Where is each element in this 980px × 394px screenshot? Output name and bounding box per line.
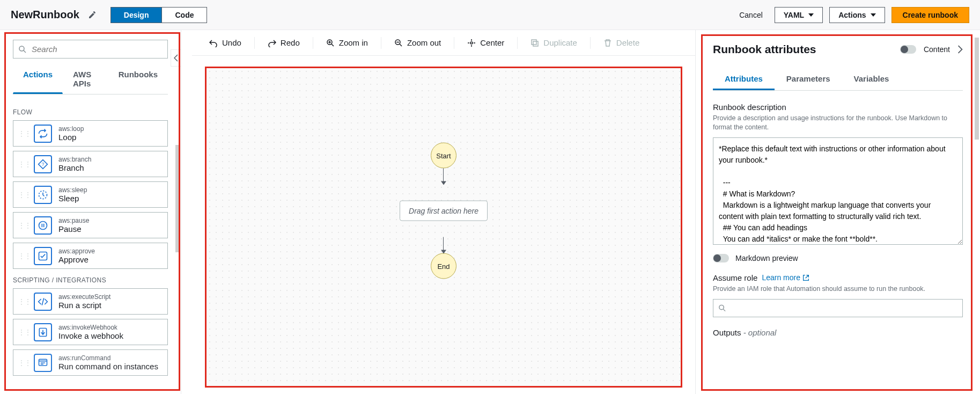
workflow-canvas[interactable]: Start Drag first action here End — [205, 67, 682, 388]
action-name: Sleep — [58, 194, 87, 203]
duplicate-icon — [530, 39, 539, 47]
design-tab-button[interactable]: Design — [111, 8, 162, 23]
svg-point-3 — [39, 221, 47, 229]
tab-parameters[interactable]: Parameters — [775, 69, 842, 90]
attributes-tabs: Attributes Parameters Variables — [713, 69, 963, 91]
markdown-preview-label: Markdown preview — [735, 254, 798, 262]
action-tabs: Actions AWS APIs Runbooks — [13, 64, 168, 94]
loop-icon — [34, 125, 52, 143]
markdown-preview-toggle[interactable] — [713, 254, 729, 262]
svg-text:?: ? — [42, 162, 45, 167]
action-execute-script[interactable]: ⋮⋮ aws:executeScriptRun a script — [13, 288, 168, 315]
trash-icon — [603, 39, 612, 47]
search-icon — [18, 45, 27, 54]
yaml-label: YAML — [784, 11, 804, 19]
action-id: aws:sleep — [58, 186, 87, 194]
redo-button[interactable]: Redo — [266, 35, 302, 50]
delete-button: Delete — [601, 35, 642, 50]
undo-icon — [209, 39, 218, 47]
end-node[interactable]: End — [431, 253, 456, 279]
action-invoke-webhook[interactable]: ⋮⋮ aws:invokeWebhookInvoke a webhook — [13, 319, 168, 345]
action-run-command[interactable]: ⋮⋮ aws:runCommandRun command on instance… — [13, 349, 168, 376]
drag-handle-icon: ⋮⋮ — [18, 160, 31, 169]
scrollbar-thumb[interactable] — [175, 145, 180, 252]
actions-panel: Actions AWS APIs Runbooks FLOW ⋮⋮ aws:lo… — [0, 30, 181, 394]
action-loop[interactable]: ⋮⋮ aws:loopLoop — [13, 120, 168, 147]
drag-handle-icon: ⋮⋮ — [18, 359, 31, 367]
start-node[interactable]: Start — [431, 143, 456, 169]
section-flow-label: FLOW — [13, 108, 168, 116]
runbook-title: NewRunbook — [11, 8, 100, 23]
collapse-left-button[interactable] — [171, 49, 181, 67]
command-icon — [34, 354, 52, 372]
canvas-panel: Undo Redo Zoom in Zoom out Center Duplic… — [192, 30, 696, 394]
action-id: aws:pause — [58, 217, 89, 224]
actions-search-input[interactable] — [13, 40, 168, 59]
section-scripting-label: SCRIPTING / INTEGRATIONS — [13, 276, 168, 284]
edit-title-button[interactable] — [85, 8, 100, 23]
actions-label: Actions — [838, 11, 866, 19]
drag-handle-icon: ⋮⋮ — [18, 328, 31, 337]
actions-dropdown[interactable]: Actions — [829, 7, 885, 23]
svg-rect-11 — [533, 41, 538, 46]
action-name: Run a script — [58, 301, 110, 310]
content-toggle[interactable] — [900, 45, 916, 54]
action-approve[interactable]: ⋮⋮ aws:approveApprove — [13, 243, 168, 269]
content-label: Content — [924, 45, 950, 54]
attributes-panel: Runbook attributes Content Attributes Pa… — [696, 30, 980, 350]
center-icon — [467, 39, 476, 47]
assume-role-input[interactable] — [713, 299, 963, 317]
action-branch[interactable]: ⋮⋮ ? aws:branchBranch — [13, 151, 168, 177]
tab-runbooks[interactable]: Runbooks — [108, 64, 168, 94]
drag-handle-icon: ⋮⋮ — [18, 252, 31, 260]
flow-connector — [443, 169, 444, 185]
search-icon — [718, 304, 726, 312]
assume-role-label: Assume role — [713, 273, 757, 282]
tab-actions[interactable]: Actions — [13, 64, 63, 94]
description-textarea[interactable] — [713, 137, 963, 245]
action-id: aws:loop — [58, 125, 84, 133]
action-name: Invoke a webhook — [58, 331, 123, 340]
action-name: Branch — [58, 163, 91, 172]
create-runbook-button[interactable]: Create runbook — [891, 7, 969, 23]
chevron-right-icon — [957, 45, 963, 54]
learn-more-link[interactable]: Learn more — [762, 273, 809, 282]
collapse-right-button[interactable] — [957, 45, 963, 54]
scrollbar-thumb[interactable] — [975, 38, 979, 140]
description-help: Provide a description and usage instruct… — [713, 114, 963, 132]
action-id: aws:executeScript — [58, 293, 110, 301]
duplicate-button: Duplicate — [528, 35, 579, 50]
runbook-title-text: NewRunbook — [11, 9, 79, 21]
chevron-down-icon — [808, 13, 814, 17]
svg-point-9 — [470, 42, 473, 44]
action-sleep[interactable]: ⋮⋮ aws:sleepSleep — [13, 181, 168, 208]
zoom-out-button[interactable]: Zoom out — [392, 35, 443, 50]
top-bar: NewRunbook Design Code Cancel YAML Actio… — [0, 0, 980, 30]
yaml-dropdown[interactable]: YAML — [775, 7, 823, 23]
pause-icon — [34, 216, 52, 235]
action-name: Loop — [58, 133, 84, 142]
drop-target[interactable]: Drag first action here — [400, 201, 488, 221]
svg-point-12 — [719, 305, 724, 309]
cancel-button[interactable]: Cancel — [734, 8, 768, 23]
tab-attributes[interactable]: Attributes — [713, 69, 775, 90]
chevron-left-icon — [174, 54, 178, 62]
chevron-down-icon — [871, 13, 876, 17]
approve-icon — [34, 247, 52, 265]
code-tab-button[interactable]: Code — [161, 8, 207, 23]
tab-aws-apis[interactable]: AWS APIs — [63, 64, 108, 94]
center-button[interactable]: Center — [465, 35, 506, 50]
action-id: aws:branch — [58, 156, 91, 163]
zoom-in-icon — [326, 39, 335, 47]
description-label: Runbook description — [713, 103, 963, 112]
redo-icon — [268, 39, 276, 47]
zoom-in-button[interactable]: Zoom in — [324, 35, 370, 50]
panel-title: Runbook attributes — [713, 43, 816, 56]
svg-point-0 — [19, 46, 24, 51]
drag-handle-icon: ⋮⋮ — [18, 129, 31, 138]
drag-handle-icon: ⋮⋮ — [18, 297, 31, 306]
action-name: Approve — [58, 255, 95, 264]
undo-button[interactable]: Undo — [207, 35, 244, 50]
tab-variables[interactable]: Variables — [842, 69, 901, 90]
action-pause[interactable]: ⋮⋮ aws:pausePause — [13, 212, 168, 238]
